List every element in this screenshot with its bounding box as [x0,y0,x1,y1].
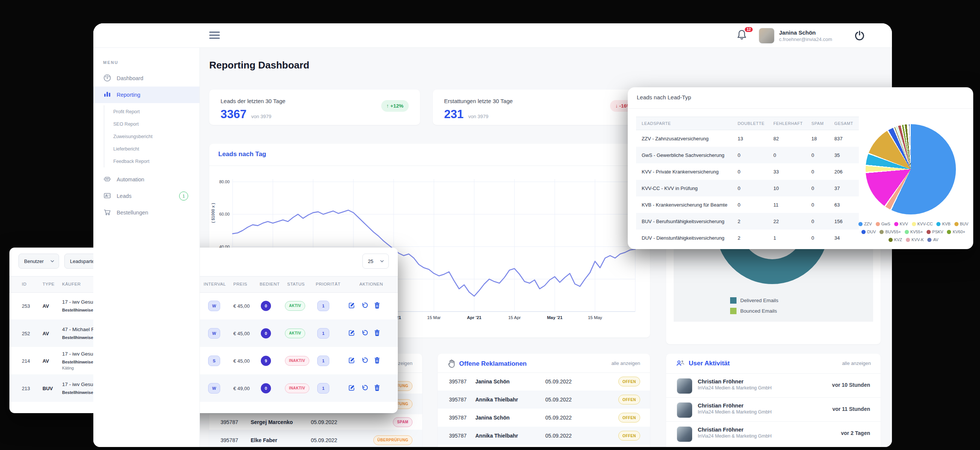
table-row[interactable]: KVV-CC - KVV in Prüfung010037 [636,180,859,196]
legend-item[interactable]: KVZ [889,236,902,243]
hamburger-menu-icon[interactable] [209,32,220,39]
sidebar-subitem-lieferbericht[interactable]: Lieferbericht [104,143,199,155]
legend-item[interactable]: KVV [894,221,908,227]
user-avatar [677,426,692,442]
sidebar-item-bestellungen[interactable]: Bestellungen [93,204,199,221]
show-all-link[interactable]: alle anzeigen [611,361,640,366]
activity-row[interactable]: Christian FröhnerInVia24 Medien & Market… [666,398,881,422]
status-badge: AKTIV [285,329,305,338]
legend-dot [861,230,865,234]
table-row[interactable]: ZZV - Zahnzusatzversicherung138218837 [636,130,859,147]
orders-overlay: Benutzer Leadsparte Status Filter 25 IDT… [10,248,398,413]
edit-icon[interactable] [348,357,355,365]
legend-dot [928,238,931,242]
trash-icon[interactable] [374,329,380,337]
table-row[interactable]: BUV - Berufsunfähigkeitsversicherung2220… [636,213,859,229]
status-badge: OFFEN [618,431,640,440]
legend-dot [876,222,880,226]
bedient-badge: 0 [261,328,271,338]
legend-item[interactable]: KV55+ [905,228,923,235]
status-badge: AKTIV [285,301,305,311]
sidebar-item-dashboard[interactable]: Dashboard [93,70,199,87]
logout-button[interactable] [854,30,865,42]
legend-item[interactable]: KVV-K [906,236,924,243]
legend-item-delivered[interactable]: Delivered Emails [730,297,778,304]
undo-icon[interactable] [361,302,368,310]
stat-label: Leads der letzten 30 Tage [221,98,285,104]
sidebar-item-reporting[interactable]: Reporting [93,87,199,103]
lead-typ-pie-chart[interactable] [865,124,956,215]
table-row[interactable]: 395787 Annika Thielbahr 05.09.2022 OFFEN [438,427,650,445]
trash-icon[interactable] [374,357,380,365]
edit-icon[interactable] [348,329,355,337]
table-row[interactable]: 395787 Janina Schön 05.09.2022 OFFEN [438,409,650,427]
sidebar-subitem-profit-report[interactable]: Profit Report [104,105,199,118]
table-row[interactable]: DUV - Dienstunfähigkeitsversicherung2103… [636,229,859,246]
status-badge: INAKTIV [285,356,309,366]
undo-icon[interactable] [361,357,368,365]
order-row[interactable]: 252 AV 47 - Michael Rau GmbHBestellhinwe… [10,320,398,347]
arrow-down-icon: ↓ [615,103,618,109]
order-row[interactable]: 213 BUV 17 - iwv Gesundheit & Vorsorge G… [10,374,398,402]
notification-badge: 12 [745,27,752,32]
sidebar-subitem-seo-report[interactable]: SEO Report [104,118,199,130]
interval-badge: W [208,301,220,311]
chevron-down-icon [51,260,54,262]
chevron-down-icon [380,260,384,262]
notifications-button[interactable]: 12 [736,29,750,42]
legend-item[interactable]: GwS [876,221,891,227]
stat-label: Erstattungen letzte 30 Tage [444,98,512,104]
legend-item[interactable]: DUV [861,228,876,235]
table-row[interactable]: KVV - Private Krankenversicherung0330206 [636,163,859,180]
stat-card-leads: Leads der letzten 30 Tage 3367 von 3979 … [209,89,420,125]
priority-badge: 1 [317,328,329,339]
filter-benutzer-select[interactable]: Benutzer [18,254,59,269]
activity-row[interactable]: Christian FröhnerInVia24 Medien & Market… [666,421,881,446]
legend-dot [955,222,959,226]
table-row[interactable]: 395787 Elke Faber 05.09.2022 ÜBERPRÜFUNG [209,430,422,447]
legend-item[interactable]: BUV [955,221,969,227]
sidebar-subitem-feedback-report[interactable]: Feedback Report [104,155,199,167]
undo-icon[interactable] [361,384,368,393]
legend-dot [858,222,862,226]
legend-item[interactable]: BUV55+ [880,228,900,235]
table-row[interactable]: 395787 Janina Schön 05.09.2022 OFFEN [438,372,650,391]
legend-item[interactable]: AV [928,236,938,243]
bedient-badge: 0 [261,301,271,311]
lead-typ-panel: Leads nach Lead-Typ LEADSPARTEDOUBLETTEF… [628,87,973,249]
table-row[interactable]: GwS - Gewerbliche Sachversicherung00035 [636,147,859,163]
legend-item[interactable]: KVB [936,221,950,227]
topbar: 12 Janina Schön c.froehner@invia24.com [93,23,892,48]
trash-icon[interactable] [374,302,380,310]
sidebar-subitem-zuweisungsbericht[interactable]: Zuweisungsbericht [104,130,199,143]
svg-text:( $1000 x ): ( $1000 x ) [211,203,215,223]
edit-icon[interactable] [348,384,355,393]
order-row[interactable]: 214 AV 17 - iwv Gesundheit & Vorsorge Gm… [10,347,398,374]
legend-item[interactable]: PSKV [927,228,943,235]
legend-item[interactable]: KVV-CC [912,221,933,227]
sidebar-item-leads[interactable]: Leads 1 [93,188,199,204]
undo-icon[interactable] [361,329,368,337]
page-title: Reporting Dashboard [209,59,309,71]
legend-dot [889,238,892,242]
svg-text:15 Apr: 15 Apr [508,315,520,320]
order-row[interactable]: 253 AV 17 - iwv Gesundheit & Vorsorge Gm… [10,292,398,320]
legend-item-bounced[interactable]: Bounced Emails [730,308,777,314]
table-row[interactable]: 395787 Sergej Marcenko 05.09.2022 SPAM [209,412,422,433]
screenshot-canvas: leadnodes MENU Dashboard Reporting Profi… [0,0,980,450]
trash-icon[interactable] [374,384,380,393]
page-size-select[interactable]: 25 [363,254,389,269]
table-row[interactable]: KVB - Krankenversicherung für Beamte0110… [636,196,859,213]
sidebar-item-automation[interactable]: Automation [93,171,199,188]
show-all-link[interactable]: alle anzeigen [842,361,871,366]
legend-item[interactable]: ZZV [858,221,872,227]
sidebar-subnav: Profit ReportSEO ReportZuweisungsbericht… [104,105,199,167]
legend-item[interactable]: KV60+ [947,228,965,235]
table-row[interactable]: 395787 Annika Thielbahr 05.09.2022 OFFEN [438,391,650,409]
orders-table-header: IDTYPEKÄUFERMENGEINTERVALPREISBEDIENTSTA… [10,276,398,293]
priority-badge: 1 [317,301,329,311]
activity-row[interactable]: Christian FröhnerInVia24 Medien & Market… [666,373,881,398]
leads-icon [103,191,111,201]
edit-icon[interactable] [348,302,355,310]
user-menu[interactable]: Janina Schön c.froehner@invia24.com [759,28,832,44]
